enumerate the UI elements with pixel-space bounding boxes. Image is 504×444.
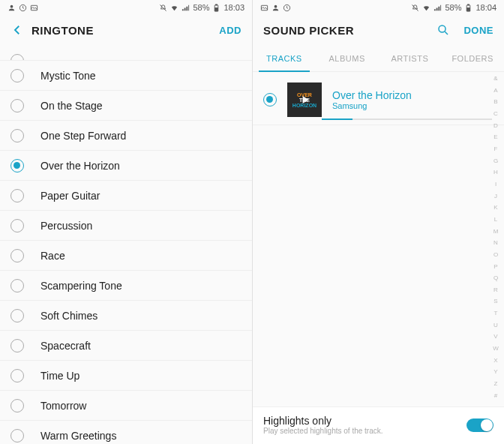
item-label: Paper Guitar	[40, 190, 100, 202]
track-row[interactable]: OVERTHEHORIZON Over the Horizon Samsung	[253, 72, 504, 125]
item-label: Percussion	[40, 220, 92, 232]
index-letter[interactable]: X	[494, 357, 497, 364]
radio-icon	[10, 309, 24, 322]
highlights-title: Highlights only	[263, 415, 466, 427]
search-icon[interactable]	[436, 23, 450, 37]
item-label: On the Stage	[40, 100, 103, 112]
radio-icon	[10, 159, 24, 172]
index-letter[interactable]: &	[494, 75, 497, 82]
wifi-icon	[422, 4, 430, 12]
index-letter[interactable]: E	[494, 134, 497, 140]
index-letter[interactable]: K	[494, 204, 497, 211]
album-art[interactable]: OVERTHEHORIZON	[287, 82, 322, 117]
track-artist: Samsung	[332, 101, 494, 110]
index-letter[interactable]: S	[494, 298, 497, 304]
status-bar: 58% 18:03	[0, 0, 252, 15]
svg-point-7	[274, 4, 278, 8]
highlights-toggle[interactable]	[466, 418, 494, 432]
list-item[interactable]: Spacecraft	[0, 330, 252, 360]
radio-icon	[10, 249, 24, 262]
radio-icon	[263, 93, 277, 106]
done-button[interactable]: DONE	[464, 25, 494, 36]
index-letter[interactable]: C	[494, 110, 498, 117]
index-letter[interactable]: N	[494, 239, 498, 246]
list-item[interactable]: Warm Greetings	[0, 420, 252, 444]
item-label: Warm Greetings	[40, 430, 116, 442]
list-item[interactable]: Soft Chimes	[0, 300, 252, 330]
svg-rect-5	[215, 8, 218, 10]
page-title: SOUND PICKER	[263, 24, 436, 37]
battery-text: 58%	[445, 3, 461, 12]
index-scroller[interactable]: &ABCDEFGHIJKLMNOPQRSTUVWXYZ#	[490, 75, 501, 399]
index-letter[interactable]: V	[494, 333, 497, 340]
radio-icon	[10, 54, 24, 60]
item-label: Scampering Tone	[40, 280, 122, 292]
index-letter[interactable]: B	[494, 98, 497, 105]
item-label: Race	[40, 250, 65, 262]
index-letter[interactable]: O	[494, 251, 498, 258]
index-letter[interactable]: P	[494, 263, 497, 270]
tabs: TRACKSALBUMSARTISTSFOLDERS	[253, 45, 504, 72]
item-label: Mystic Tone	[40, 70, 96, 82]
list-item[interactable]: Mystic Tone	[0, 60, 252, 90]
radio-icon	[10, 399, 24, 412]
list-item[interactable]: Scampering Tone	[0, 270, 252, 300]
clock-text: 18:04	[476, 3, 496, 12]
svg-point-0	[10, 4, 14, 8]
index-letter[interactable]: W	[493, 345, 499, 352]
index-letter[interactable]: Z	[494, 380, 498, 387]
index-letter[interactable]: F	[494, 146, 498, 152]
tab-tracks[interactable]: TRACKS	[253, 45, 316, 71]
radio-icon	[10, 69, 24, 82]
image-icon	[30, 4, 38, 12]
tab-artists[interactable]: ARTISTS	[379, 45, 442, 71]
radio-icon	[10, 369, 24, 382]
list-item[interactable]: Race	[0, 240, 252, 270]
index-letter[interactable]: G	[494, 158, 498, 164]
index-letter[interactable]: I	[495, 181, 496, 188]
index-letter[interactable]: A	[494, 87, 497, 94]
person-icon	[272, 4, 280, 12]
back-icon[interactable]	[10, 23, 24, 37]
progress-bar[interactable]	[322, 118, 492, 120]
index-letter[interactable]: J	[494, 193, 497, 200]
radio-icon	[10, 129, 24, 142]
vibrate-icon	[159, 4, 167, 12]
list-item[interactable]: Tomorrow	[0, 390, 252, 420]
tab-folders[interactable]: FOLDERS	[441, 45, 504, 71]
battery-icon	[464, 4, 472, 12]
signal-icon	[434, 4, 442, 12]
item-label: Spacecraft	[40, 340, 91, 352]
ringtone-screen: 58% 18:03 RINGTONE ADD Mystic ToneOn the…	[0, 0, 252, 444]
index-letter[interactable]: L	[494, 216, 497, 223]
list-item[interactable]: Paper Guitar	[0, 180, 252, 210]
list-item[interactable]: Percussion	[0, 210, 252, 240]
ringtone-list: Mystic ToneOn the StageOne Step ForwardO…	[0, 45, 252, 444]
list-item[interactable]: Over the Horizon	[0, 150, 252, 180]
index-letter[interactable]: T	[494, 310, 498, 316]
wifi-icon	[170, 4, 178, 12]
sync-icon	[283, 4, 291, 12]
svg-rect-10	[468, 4, 470, 4]
tab-albums[interactable]: ALBUMS	[316, 45, 379, 71]
list-item[interactable]: One Step Forward	[0, 120, 252, 150]
list-item[interactable]: Time Up	[0, 360, 252, 390]
index-letter[interactable]: Q	[494, 274, 498, 281]
index-letter[interactable]: U	[494, 322, 498, 328]
index-letter[interactable]: R	[494, 286, 498, 293]
add-button[interactable]: ADD	[219, 25, 242, 36]
vibrate-icon	[411, 4, 419, 12]
highlights-sub: Play selected highlights of the track.	[263, 427, 466, 435]
header: RINGTONE ADD	[0, 15, 252, 45]
index-letter[interactable]: Y	[494, 368, 497, 375]
list-item[interactable]: On the Stage	[0, 90, 252, 120]
list-item[interactable]	[0, 45, 252, 60]
track-title: Over the Horizon	[332, 89, 494, 101]
index-letter[interactable]: D	[494, 122, 498, 129]
highlights-row: Highlights only Play selected highlights…	[253, 406, 504, 444]
index-letter[interactable]: M	[494, 228, 499, 235]
radio-icon	[10, 429, 24, 442]
index-letter[interactable]: #	[494, 392, 497, 399]
item-label: Over the Horizon	[40, 160, 120, 172]
index-letter[interactable]: H	[494, 169, 498, 176]
